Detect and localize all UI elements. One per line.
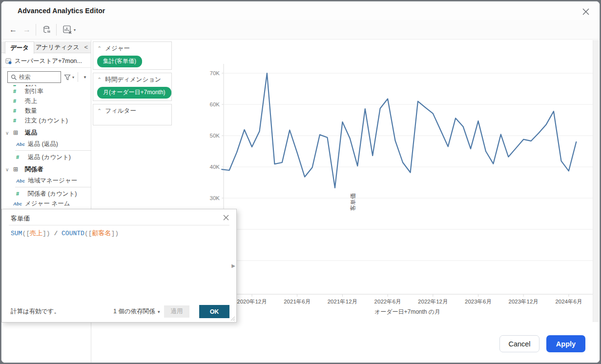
field-label: 返品 (カウント) xyxy=(28,153,71,162)
field-item[interactable]: #売上 xyxy=(1,96,91,106)
dependency-dropdown[interactable]: 1 個の依存関係 ▼ xyxy=(113,307,161,316)
close-icon[interactable] xyxy=(223,214,229,221)
field-item[interactable]: ∨⊞関係者 xyxy=(1,163,91,176)
y-tick-label: 30K xyxy=(210,195,220,201)
formula-token-fn: COUNTD xyxy=(62,230,84,237)
chevron-down-icon[interactable]: ∨ xyxy=(5,130,13,136)
field-item[interactable]: #数量 xyxy=(1,106,91,116)
dependency-label: 1 個の依存関係 xyxy=(113,308,155,315)
data-source-button[interactable] xyxy=(40,24,54,36)
field-label: 地域マネージャー xyxy=(28,177,77,185)
formula-editor[interactable]: SUM([売上]) / COUNTD([顧客名]) xyxy=(11,229,222,302)
number-field-icon: # xyxy=(13,108,25,114)
formula-token-fn: SUM xyxy=(11,230,22,237)
chevron-up-icon[interactable]: ⌃ xyxy=(97,108,102,114)
field-label: 注文 (カウント) xyxy=(25,117,68,125)
line-series[interactable] xyxy=(222,73,576,188)
y-axis-title: 客単価 xyxy=(349,193,357,211)
formula-token-p: [ xyxy=(88,230,92,237)
chevron-down-icon: ▾ xyxy=(72,75,74,80)
field-item[interactable]: ∨⊞返品 xyxy=(1,126,91,139)
calc-ok-button[interactable]: OK xyxy=(199,305,229,318)
shelf-time-header: ⌃ 時間ディメンション xyxy=(93,73,171,86)
field-label: 返品 xyxy=(25,129,37,137)
field-menu-button[interactable]: ▾ xyxy=(81,72,89,82)
datasource-icon xyxy=(5,58,12,64)
field-group-divider xyxy=(15,150,91,151)
shelf-measure: ⌃ メジャー 集計(客単価) xyxy=(93,41,172,70)
text-field-icon: Abc xyxy=(13,201,25,206)
close-icon[interactable] xyxy=(582,8,590,16)
forward-arrow-icon: → xyxy=(23,25,31,34)
tab-data[interactable]: データ xyxy=(5,41,34,54)
back-arrow-icon: ← xyxy=(9,25,17,34)
field-item[interactable]: #返品 (カウント) xyxy=(1,152,91,162)
field-item[interactable]: Abc返品 (返品) xyxy=(1,139,91,149)
search-input[interactable] xyxy=(19,74,57,81)
tab-analytics[interactable]: アナリティクス xyxy=(31,41,84,53)
shelf-filter-title: フィルター xyxy=(105,107,136,115)
formula-token-p: ( xyxy=(84,230,88,237)
calculation-editor-dialog: 客単価 SUM([売上]) / COUNTD([顧客名]) ▶ 計算は有効です。… xyxy=(1,209,237,323)
collapse-panel-icon[interactable]: < xyxy=(84,43,88,51)
cancel-button[interactable]: Cancel xyxy=(499,335,539,352)
right-scroll-strip[interactable] xyxy=(593,40,599,322)
window-title: Advanced Analytics Editor xyxy=(18,7,105,15)
toolbar-separator xyxy=(36,24,36,36)
field-item[interactable]: #関係者 (カウント) xyxy=(1,189,91,199)
field-label: 関係者 xyxy=(25,165,43,174)
x-tick-label: 2021年6月 xyxy=(284,299,311,304)
formula-token-p: ) xyxy=(115,230,119,237)
shelf-measure-title: メジャー xyxy=(105,44,130,53)
panel-tabstrip: データ アナリティクス < xyxy=(1,41,91,53)
expand-functions-icon[interactable]: ▶ xyxy=(231,263,235,268)
formula-token-field: 顧客名 xyxy=(92,230,111,237)
field-item[interactable]: Abcメジャー ネーム xyxy=(1,199,91,208)
chart-remove-icon xyxy=(63,25,72,34)
number-field-icon: # xyxy=(13,98,25,104)
shelf-measure-header: ⌃ メジャー xyxy=(93,42,171,55)
x-tick-label: 2022年6月 xyxy=(374,299,401,304)
forward-button[interactable]: → xyxy=(21,24,33,36)
chevron-up-icon[interactable]: ⌃ xyxy=(97,77,102,83)
table-icon: ⊞ xyxy=(13,166,25,173)
search-separator xyxy=(78,72,78,82)
title-bar: Advanced Analytics Editor xyxy=(1,1,600,20)
field-item[interactable]: #割引率 xyxy=(1,86,91,96)
shelf-time-title: 時間ディメンション xyxy=(105,76,161,84)
resize-grip[interactable] xyxy=(230,316,235,321)
x-tick-label: 2023年6月 xyxy=(465,299,492,304)
pill-measure[interactable]: 集計(客単価) xyxy=(97,56,142,67)
chevron-up-icon[interactable]: ⌃ xyxy=(97,45,102,52)
apply-button[interactable]: Apply xyxy=(546,335,585,352)
calc-title: 客単価 xyxy=(11,214,30,223)
back-button[interactable]: ← xyxy=(7,24,19,36)
x-tick-label: 2020年12月 xyxy=(237,299,267,304)
chart-panel: 30K40K50K60K70K2020年12月2021年6月2021年12月20… xyxy=(174,40,600,363)
chevron-down-icon[interactable]: ∨ xyxy=(5,167,13,172)
chevron-down-icon: ▾ xyxy=(74,28,76,32)
x-axis-title: オーダー日+7month の月 xyxy=(374,308,440,315)
pill-time-dimension[interactable]: 月(オーダー日+7month) xyxy=(97,87,171,99)
field-item[interactable]: #注文 (カウント) xyxy=(1,116,91,125)
chevron-down-icon: ▼ xyxy=(157,310,161,314)
shelf-filter-header: ⌃ フィルター xyxy=(93,104,171,117)
field-label: 割引率 xyxy=(25,87,43,96)
field-label: 数量 xyxy=(25,107,37,115)
y-tick-label: 40K xyxy=(210,164,220,170)
number-field-icon: # xyxy=(13,118,25,123)
calc-status-text: 計算は有効です。 xyxy=(11,307,60,316)
chevron-down-icon: ▾ xyxy=(84,75,86,80)
database-pause-icon xyxy=(42,25,51,34)
shelf-time-dimension: ⌃ 時間ディメンション 月(オーダー日+7month) xyxy=(93,73,172,101)
field-label: 売上 xyxy=(25,97,37,105)
datasource-row[interactable]: スーパーストア+7mon... xyxy=(1,55,91,68)
toolbar-separator xyxy=(56,24,57,36)
analytics-editor-window: Advanced Analytics Editor ← → ▾ xyxy=(1,1,600,363)
search-icon xyxy=(11,74,17,81)
y-tick-label: 70K xyxy=(210,70,220,76)
chart-type-button[interactable]: ▾ xyxy=(60,24,79,36)
line-chart[interactable]: 30K40K50K60K70K2020年12月2021年6月2021年12月20… xyxy=(174,40,595,324)
filter-fields-button[interactable]: ▾ xyxy=(64,72,77,82)
field-item[interactable]: Abc地域マネージャー xyxy=(1,176,91,185)
